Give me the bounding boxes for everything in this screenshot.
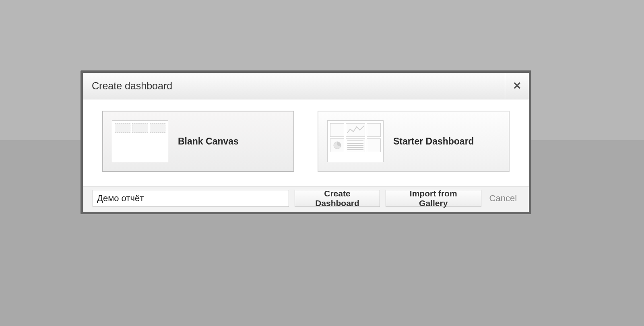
option-blank-canvas-label: Blank Canvas bbox=[178, 136, 239, 147]
dashboard-options: Blank Canvas bbox=[83, 99, 529, 186]
dialog-header: Create dashboard ✕ bbox=[83, 73, 529, 99]
option-starter-dashboard[interactable]: Starter Dashboard bbox=[318, 111, 510, 172]
dashboard-name-input[interactable] bbox=[93, 190, 289, 207]
import-from-gallery-button[interactable]: Import from Gallery bbox=[386, 190, 481, 207]
create-dashboard-dialog: Create dashboard ✕ Blank Canvas bbox=[80, 70, 531, 214]
create-dashboard-button[interactable]: Create Dashboard bbox=[295, 190, 380, 207]
blank-canvas-thumb bbox=[112, 120, 168, 162]
close-button[interactable]: ✕ bbox=[505, 73, 529, 99]
dialog-footer: Create Dashboard Import from Gallery Can… bbox=[83, 186, 529, 212]
option-blank-canvas[interactable]: Blank Canvas bbox=[102, 111, 294, 172]
starter-dashboard-thumb bbox=[327, 120, 384, 162]
option-starter-dashboard-label: Starter Dashboard bbox=[393, 136, 474, 147]
dialog-title: Create dashboard bbox=[83, 73, 505, 99]
cancel-link[interactable]: Cancel bbox=[487, 193, 519, 204]
close-icon: ✕ bbox=[513, 80, 522, 92]
